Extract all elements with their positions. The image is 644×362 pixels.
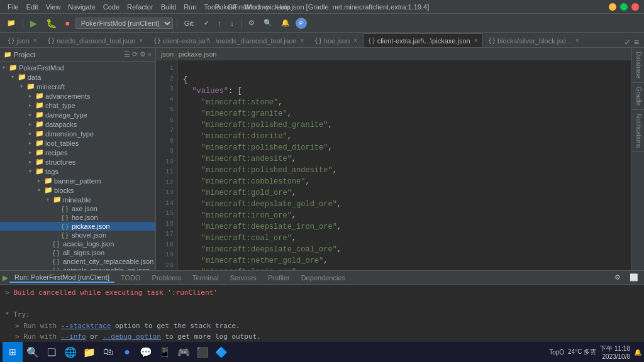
- toolbar-git-btn[interactable]: Git:: [181, 18, 198, 28]
- tab-hoe[interactable]: { } hoe.json ×: [309, 33, 363, 47]
- tree-item-blocks[interactable]: ▾ 📁 blocks: [0, 185, 155, 195]
- tree-item-hoe[interactable]: ▸ { } hoe.json: [0, 213, 155, 222]
- taskbar-app1[interactable]: 📱: [156, 343, 174, 361]
- tree-item-mineable[interactable]: ▾ 📁 mineable: [0, 195, 155, 204]
- sidebar-gradle[interactable]: Gradle: [632, 83, 644, 110]
- collapse-icon[interactable]: ≡: [634, 37, 639, 47]
- menu-build[interactable]: Build: [158, 2, 179, 12]
- bottom-tab-terminal[interactable]: Terminal: [187, 273, 224, 282]
- toolbar-update-btn[interactable]: ↓: [227, 18, 237, 28]
- tab-json-close[interactable]: ×: [33, 37, 37, 44]
- taskbar-chrome[interactable]: ●: [118, 343, 136, 361]
- toolbar-settings-btn[interactable]: ⚙: [245, 18, 258, 28]
- bottom-expand-btn[interactable]: ⬜: [626, 272, 641, 283]
- taskbar-app2[interactable]: 🎮: [175, 343, 192, 361]
- breadcrumb-pickaxe[interactable]: pickaxe.json: [179, 50, 217, 58]
- bottom-tab-services[interactable]: Services: [225, 273, 262, 282]
- toolbar-push-btn[interactable]: ↑: [215, 18, 225, 28]
- tab-silver-block[interactable]: { } blocks/silver_block.jso... ×: [483, 33, 584, 47]
- tab-json[interactable]: { } json ×: [3, 33, 43, 47]
- tab-client-extra-close[interactable]: ×: [300, 37, 304, 44]
- taskbar-edge[interactable]: 🌐: [62, 343, 79, 361]
- tree-item-chat[interactable]: ▸ 📁 chat_type: [0, 101, 155, 110]
- tree-item-dimension[interactable]: ▸ 📁 dimension_type: [0, 129, 155, 138]
- minimize-button[interactable]: [609, 3, 616, 11]
- tree-item-minecraft[interactable]: ▾ 📁 minecraft: [0, 82, 155, 91]
- panel-close-btn[interactable]: ×: [148, 50, 152, 58]
- close-button[interactable]: [631, 3, 639, 11]
- toolbar-stop-btn[interactable]: ■: [62, 18, 73, 28]
- toolbar-notifications-btn[interactable]: 🔔: [278, 18, 293, 28]
- log-link-stacktrace[interactable]: --stacktrace: [61, 322, 111, 330]
- menu-view[interactable]: View: [43, 2, 64, 12]
- taskbar-search[interactable]: 🔍: [24, 343, 42, 361]
- toolbar-project-icon[interactable]: 📁: [4, 18, 19, 28]
- tab-client-extra[interactable]: { } client-extra.jar!\...\needs_diamond_…: [148, 33, 309, 47]
- tab-pickaxe-close[interactable]: ×: [474, 37, 478, 44]
- tree-item-tags[interactable]: ▾ 📁 tags: [0, 167, 155, 176]
- toolbar-avatar-btn[interactable]: P: [296, 18, 307, 29]
- taskbar-wechat[interactable]: 💬: [137, 343, 155, 361]
- panel-collapse-btn[interactable]: ☰: [124, 50, 130, 58]
- tree-item-animals[interactable]: ▸ { } animals_spawnable_on.json: [0, 266, 155, 270]
- menu-file[interactable]: File: [5, 2, 21, 12]
- tree-item-all-signs[interactable]: ▸ { } all_signs.json: [0, 248, 155, 257]
- tree-item-data[interactable]: ▾ 📁 data: [0, 72, 155, 82]
- taskbar-intellij[interactable]: 🔷: [213, 343, 230, 361]
- panel-settings-btn[interactable]: ⚙: [140, 50, 146, 58]
- taskbar-app3[interactable]: ⬛: [194, 343, 211, 361]
- code-editor[interactable]: 1 2 3 4 5 6 7 8 9 10 11 12 13 14 15 16 1…: [156, 60, 631, 270]
- log-link-debug[interactable]: --debug option: [103, 332, 161, 341]
- bottom-tab-dependencies[interactable]: Dependencies: [296, 273, 350, 282]
- tree-item-acacia[interactable]: ▸ { } acacia_logs.json: [0, 239, 155, 248]
- tree-icon-all-signs: { }: [53, 249, 62, 256]
- bottom-tab-problems[interactable]: Problems: [147, 273, 186, 282]
- taskbar-explorer[interactable]: 📁: [80, 343, 98, 361]
- menu-refactor[interactable]: Refactor: [125, 2, 156, 12]
- tree-label-tags: tags: [45, 168, 58, 175]
- tab-needs-diamond-close[interactable]: ×: [139, 37, 143, 44]
- bottom-tab-run[interactable]: Run: PokerFirstMod [runClient]: [9, 273, 114, 283]
- menu-run[interactable]: Run: [181, 2, 199, 12]
- tab-hoe-close[interactable]: ×: [353, 37, 357, 44]
- tree-item-axe[interactable]: ▸ { } axe.json: [0, 204, 155, 213]
- tree-item-recipes[interactable]: ▸ 📁 recipes: [0, 148, 155, 157]
- toolbar-commit-btn[interactable]: ✓: [201, 18, 213, 28]
- run-config-dropdown[interactable]: PokerFirstMod [runClient]: [75, 18, 173, 29]
- tree-item-datapacks[interactable]: ▸ 📁 datapacks: [0, 119, 155, 129]
- taskbar-task-view[interactable]: ❑: [43, 343, 60, 361]
- maximize-button[interactable]: [620, 3, 628, 11]
- window-controls[interactable]: [609, 3, 639, 11]
- tree-item-damage[interactable]: ▸ 📁 damage_type: [0, 110, 155, 119]
- tab-silver-close[interactable]: ×: [575, 37, 579, 44]
- bottom-tab-todo[interactable]: TODO: [116, 273, 146, 282]
- tree-item-ancient[interactable]: ▸ { } ancient_city_replaceable.json: [0, 257, 155, 266]
- tree-item-advancements[interactable]: ▸ 📁 advancements: [0, 91, 155, 101]
- tree-item-shovel[interactable]: ▸ { } shovel.json: [0, 231, 155, 239]
- tab-needs-diamond[interactable]: { } needs_diamond_tool.json ×: [43, 33, 149, 47]
- menu-code[interactable]: Code: [101, 2, 122, 12]
- bottom-settings-btn[interactable]: ⚙: [611, 272, 624, 283]
- tree-item-structures[interactable]: ▸ 📁 structures: [0, 157, 155, 167]
- taskbar-notif[interactable]: 🔔: [634, 349, 641, 356]
- start-button[interactable]: ⊞: [3, 342, 23, 362]
- taskbar-store[interactable]: 🛍: [99, 343, 117, 361]
- log-link-info[interactable]: --info: [61, 332, 86, 341]
- tree-item-pickaxe[interactable]: ▸ { } pickaxe.json: [0, 222, 155, 231]
- toolbar-run-btn[interactable]: ▶: [27, 17, 40, 30]
- breadcrumb-json[interactable]: json: [161, 50, 174, 58]
- panel-sync-btn[interactable]: ⟳: [132, 50, 138, 58]
- sidebar-notifications[interactable]: Notifications: [632, 110, 644, 152]
- bottom-run-play-btn[interactable]: ▶: [3, 273, 8, 282]
- menu-navigate[interactable]: Navigate: [65, 2, 97, 12]
- sidebar-database[interactable]: Database: [632, 48, 644, 83]
- tree-item-root[interactable]: ▾ 📁 PokerFirstMod: [0, 63, 155, 72]
- bottom-tab-profiler[interactable]: Profiler: [263, 273, 295, 282]
- tab-pickaxe[interactable]: { } client-extra.jar!\...\pickaxe.json ×: [363, 33, 483, 47]
- toolbar-search-btn[interactable]: 🔍: [260, 18, 275, 28]
- tree-item-loot[interactable]: ▸ 📁 loot_tables: [0, 138, 155, 148]
- toolbar-debug-btn[interactable]: 🐛: [43, 17, 60, 30]
- menu-edit[interactable]: Edit: [24, 2, 41, 12]
- tree-item-banner[interactable]: ▸ 📁 banner_pattern: [0, 176, 155, 185]
- code-content[interactable]: { "values": [ "minecraft:stone", "minecr…: [178, 60, 631, 270]
